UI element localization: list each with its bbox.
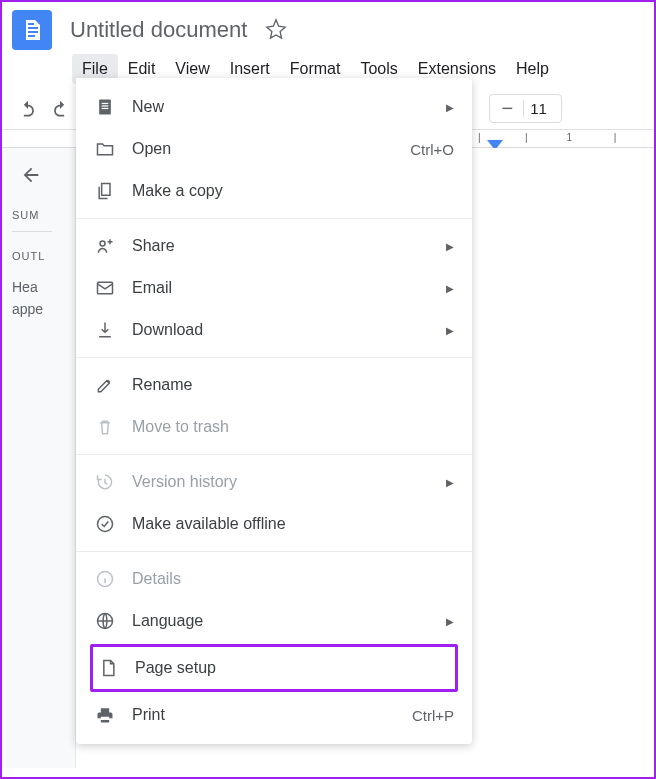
history-icon [94, 471, 116, 493]
menu-item-page-setup[interactable]: Page setup [97, 655, 451, 681]
submenu-arrow-icon: ▶ [446, 616, 454, 627]
menu-item-details: Details [76, 558, 472, 600]
menu-item-language[interactable]: Language▶ [76, 600, 472, 642]
summary-label: SUM [12, 209, 65, 221]
menu-item-download[interactable]: Download▶ [76, 309, 472, 351]
trash-icon [94, 416, 116, 438]
menu-item-label: Print [132, 706, 165, 724]
menu-shortcut: Ctrl+O [410, 141, 454, 158]
svg-rect-3 [102, 108, 109, 109]
print-icon [94, 704, 116, 726]
redo-icon[interactable] [48, 97, 72, 121]
title-bar: Untitled document [2, 2, 654, 50]
globe-icon [94, 610, 116, 632]
headings-empty-text: Hea appe [12, 276, 65, 321]
menu-item-label: Email [132, 279, 172, 297]
offline-icon [94, 513, 116, 535]
menu-item-label: Open [132, 140, 171, 158]
decrease-font-icon[interactable]: − [498, 97, 518, 120]
menu-shortcut: Ctrl+P [412, 707, 454, 724]
menu-item-label: Rename [132, 376, 192, 394]
menu-item-label: Version history [132, 473, 237, 491]
document-title[interactable]: Untitled document [70, 17, 247, 43]
copy-icon [94, 180, 116, 202]
font-size-control[interactable]: − 11 [489, 94, 562, 123]
page-icon [97, 657, 119, 679]
menu-item-rename[interactable]: Rename [76, 364, 472, 406]
star-icon[interactable] [265, 18, 287, 43]
docs-logo-icon[interactable] [12, 10, 52, 50]
menu-separator [76, 218, 472, 219]
submenu-arrow-icon: ▶ [446, 325, 454, 336]
info-icon [94, 568, 116, 590]
menu-item-label: Make available offline [132, 515, 286, 533]
menu-item-label: Share [132, 237, 175, 255]
summary-separator [12, 231, 52, 232]
rename-icon [94, 374, 116, 396]
menu-help[interactable]: Help [506, 54, 559, 84]
ruler-scale: | | 1 | [478, 132, 654, 146]
svg-rect-2 [102, 105, 109, 106]
svg-rect-1 [102, 103, 109, 104]
font-size-value[interactable]: 11 [523, 100, 553, 117]
submenu-arrow-icon: ▶ [446, 283, 454, 294]
doc-icon [94, 96, 116, 118]
file-menu-dropdown: New▶OpenCtrl+OMake a copyShare▶Email▶Dow… [76, 78, 472, 744]
email-icon [94, 277, 116, 299]
submenu-arrow-icon: ▶ [446, 102, 454, 113]
outline-sidebar: SUM OUTL Hea appe [2, 148, 76, 768]
submenu-arrow-icon: ▶ [446, 241, 454, 252]
menu-item-version-history: Version history▶ [76, 461, 472, 503]
menu-item-share[interactable]: Share▶ [76, 225, 472, 267]
menu-item-label: Make a copy [132, 182, 223, 200]
svg-rect-0 [99, 100, 111, 115]
download-icon [94, 319, 116, 341]
menu-separator [76, 357, 472, 358]
menu-item-new[interactable]: New▶ [76, 86, 472, 128]
share-icon [94, 235, 116, 257]
outline-label: OUTL [12, 250, 65, 262]
menu-item-label: Move to trash [132, 418, 229, 436]
menu-separator [76, 551, 472, 552]
svg-point-4 [100, 241, 105, 246]
menu-item-make-available-offline[interactable]: Make available offline [76, 503, 472, 545]
undo-icon[interactable] [16, 97, 40, 121]
menu-item-print[interactable]: PrintCtrl+P [76, 694, 472, 736]
highlighted-item: Page setup [90, 644, 458, 692]
menu-item-open[interactable]: OpenCtrl+O [76, 128, 472, 170]
folder-icon [94, 138, 116, 160]
menu-item-email[interactable]: Email▶ [76, 267, 472, 309]
menu-item-make-a-copy[interactable]: Make a copy [76, 170, 472, 212]
svg-point-6 [98, 517, 113, 532]
menu-item-label: Download [132, 321, 203, 339]
menu-item-label: Page setup [135, 659, 216, 677]
menu-separator [76, 454, 472, 455]
menu-item-label: New [132, 98, 164, 116]
menu-item-label: Language [132, 612, 203, 630]
menu-item-label: Details [132, 570, 181, 588]
submenu-arrow-icon: ▶ [446, 477, 454, 488]
collapse-outline-icon[interactable] [20, 164, 65, 189]
menu-item-move-to-trash: Move to trash [76, 406, 472, 448]
